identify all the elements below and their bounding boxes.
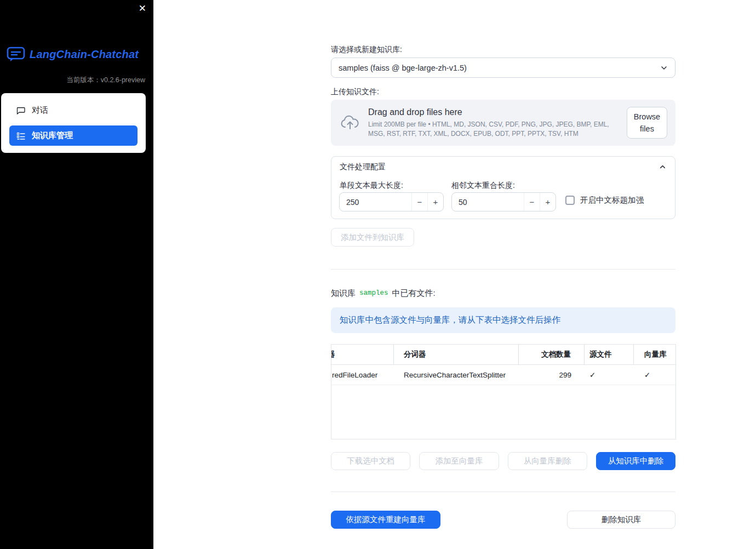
table-row[interactable]: redFileLoader RecursiveCharacterTextSpli… bbox=[331, 365, 675, 385]
kb-select-label: 请选择或新建知识库: bbox=[331, 45, 402, 55]
kb-select-value: samples (faiss @ bge-large-zh-v1.5) bbox=[339, 64, 660, 72]
add-to-vector-store-button[interactable]: 添加至向量库 bbox=[419, 452, 499, 470]
cell-source-file-check: ✓ bbox=[585, 365, 634, 385]
minus-icon[interactable]: − bbox=[411, 193, 427, 211]
app-logo: LangChain-Chatchat bbox=[7, 46, 147, 62]
check-icon: ✓ bbox=[589, 370, 595, 379]
logo-chat-icon bbox=[7, 46, 25, 62]
chat-icon bbox=[16, 106, 25, 115]
cloud-upload-icon bbox=[340, 114, 360, 131]
chunk-size-stepper: − + bbox=[339, 192, 444, 211]
browse-files-button[interactable]: Browse files bbox=[627, 107, 667, 139]
cell-docs-count: 299 bbox=[519, 365, 585, 385]
overlap-stepper: − + bbox=[451, 192, 556, 211]
kb-files-prefix: 知识库 bbox=[331, 288, 356, 299]
file-dropzone[interactable]: Drag and drop files here Limit 200MB per… bbox=[331, 100, 675, 146]
rebuild-vector-store-button[interactable]: 依据源文件重建向量库 bbox=[331, 511, 440, 529]
uploader-label: 上传知识文件: bbox=[331, 87, 379, 97]
download-selected-button[interactable]: 下载选中文档 bbox=[331, 452, 410, 470]
cell-splitter: RecursiveCharacterTextSplitter bbox=[394, 365, 519, 385]
divider bbox=[331, 491, 675, 492]
expander-title: 文件处理配置 bbox=[340, 162, 386, 172]
zh-title-enhance-checkbox[interactable] bbox=[565, 196, 575, 205]
overlap-label: 相邻文本重合长度: bbox=[451, 181, 515, 191]
add-files-button[interactable]: 添加文件到知识库 bbox=[331, 228, 414, 247]
overlap-input[interactable] bbox=[452, 193, 524, 211]
column-header-splitter[interactable]: 分词器 bbox=[394, 345, 519, 364]
files-table: 器 分词器 文档数量 源文件 向量库 redFileLoader Recursi… bbox=[331, 344, 676, 439]
cell-loader: redFileLoader bbox=[331, 365, 394, 385]
minus-icon[interactable]: − bbox=[524, 193, 540, 211]
info-banner: 知识库中包含源文件与向量库，请从下表中选择文件后操作 bbox=[331, 307, 675, 333]
delete-from-vector-store-button[interactable]: 从向量库删除 bbox=[508, 452, 587, 470]
info-banner-text: 知识库中包含源文件与向量库，请从下表中选择文件后操作 bbox=[340, 314, 560, 326]
column-header-source-file[interactable]: 源文件 bbox=[585, 345, 634, 364]
plus-icon[interactable]: + bbox=[427, 193, 443, 211]
sidebar-close-button[interactable]: ✕ bbox=[139, 4, 146, 13]
chunk-size-label: 单段文本最大长度: bbox=[340, 181, 403, 191]
sidebar-menu: 对话 知识库管理 bbox=[1, 93, 146, 153]
zh-title-enhance-label: 开启中文标题加强 bbox=[580, 195, 644, 205]
dropzone-limits: Limit 200MB per file • HTML, MD, JSON, C… bbox=[368, 120, 627, 139]
logo-text: LangChain-Chatchat bbox=[30, 48, 139, 61]
menu-item-chat[interactable]: 对话 bbox=[9, 100, 138, 121]
table-actions: 下载选中文档 添加至向量库 从向量库删除 从知识库中删除 bbox=[331, 452, 675, 470]
version-label: 当前版本：v0.2.6-preview bbox=[66, 76, 145, 85]
dropzone-title: Drag and drop files here bbox=[368, 107, 627, 117]
menu-item-label: 对话 bbox=[32, 105, 48, 116]
delete-from-kb-button[interactable]: 从知识库中删除 bbox=[596, 452, 675, 470]
knowledge-base-icon bbox=[16, 131, 25, 140]
kb-files-suffix: 中已有文件: bbox=[392, 288, 436, 299]
kb-select-dropdown[interactable]: samples (faiss @ bge-large-zh-v1.5) bbox=[331, 58, 675, 78]
cell-vector-store-check: ✓ bbox=[634, 365, 675, 385]
file-config-expander: 文件处理配置 单段文本最大长度: 相邻文本重合长度: − + − + bbox=[331, 156, 675, 219]
app-root: ✕ LangChain-Chatchat 当前版本：v0.2.6-preview bbox=[0, 0, 756, 549]
plus-icon[interactable]: + bbox=[540, 193, 555, 211]
main-content: 请选择或新建知识库: samples (faiss @ bge-large-zh… bbox=[331, 0, 676, 549]
divider bbox=[331, 269, 675, 270]
sidebar: ✕ LangChain-Chatchat 当前版本：v0.2.6-preview bbox=[0, 0, 153, 549]
check-icon: ✓ bbox=[644, 370, 650, 379]
column-header-docs-count[interactable]: 文档数量 bbox=[519, 345, 585, 364]
delete-kb-button[interactable]: 删除知识库 bbox=[567, 511, 675, 529]
kb-name-code: samples bbox=[359, 289, 388, 297]
chunk-size-input[interactable] bbox=[340, 193, 411, 211]
kb-files-heading: 知识库 samples 中已有文件: bbox=[331, 287, 436, 300]
chevron-down-icon bbox=[660, 64, 668, 72]
menu-item-knowledge-base[interactable]: 知识库管理 bbox=[9, 125, 138, 146]
zh-title-enhance: 开启中文标题加强 bbox=[565, 195, 644, 205]
expander-header[interactable]: 文件处理配置 bbox=[331, 157, 675, 177]
menu-item-label: 知识库管理 bbox=[32, 130, 73, 141]
chevron-up-icon bbox=[658, 163, 667, 171]
column-header-loader[interactable]: 器 bbox=[331, 345, 394, 364]
dropzone-text: Drag and drop files here Limit 200MB per… bbox=[368, 107, 627, 139]
table-header-row: 器 分词器 文档数量 源文件 向量库 bbox=[331, 345, 675, 365]
column-header-vector-store[interactable]: 向量库 bbox=[634, 345, 675, 364]
